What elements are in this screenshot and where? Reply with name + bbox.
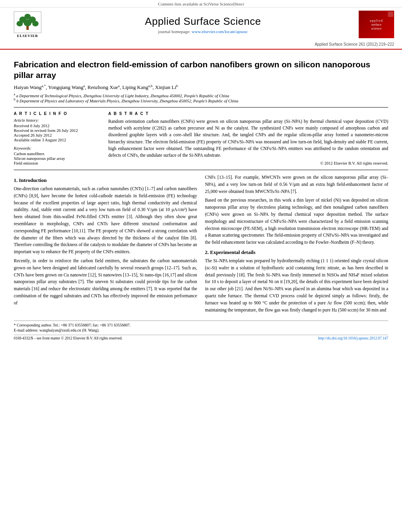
journal-title-center: Applied Surface Science journal homepage… (54, 15, 352, 34)
journal-issue-info: Applied Surface Science 261 (2012) 219–2… (0, 41, 402, 47)
journal-header-main: ELSEVIER Applied Surface Science journal… (0, 7, 402, 41)
authors: Haiyan Wanga,*, Yongqiang Wanga, Renzhon… (14, 84, 388, 91)
section1-para2: Recently, in order to reinforce the carb… (14, 258, 197, 307)
footer-doi[interactable]: http://dx.doi.org/10.1016/j.apsusc.2012.… (318, 336, 388, 340)
journal-logo-right: applied surface science (359, 11, 394, 38)
svg-rect-7 (26, 26, 29, 30)
journal-homepage: journal homepage: www.elsevier.com/locat… (54, 29, 352, 34)
author-haiyan: Haiyan Wanga,*, (14, 84, 48, 90)
elsevier-wordmark: ELSEVIER (17, 34, 38, 38)
svg-point-4 (17, 21, 23, 26)
journal-top-bar: Contents lists available at SciVerse Sci… (0, 0, 402, 7)
article-title: Fabrication and electron field-emission … (14, 59, 388, 81)
section1-para1: One-direction carbon nanomaterials, such… (14, 185, 197, 256)
section1-para3: Based on the previous researches, in thi… (205, 197, 389, 246)
journal-title: Applied Surface Science (54, 15, 352, 28)
logo-applied: applied (370, 19, 383, 22)
elsevier-logo: ELSEVIER (8, 11, 47, 38)
author-yongqiang: Yongqiang Wanga, (48, 84, 87, 90)
svg-point-6 (32, 21, 39, 26)
revised-date: Received in revised form 26 July 2012 (14, 128, 100, 133)
author-liping: Liping Kanga,b, (122, 84, 155, 90)
keyword-3: Field emission (14, 161, 100, 165)
online-date: Available online 3 August 2012 (14, 138, 100, 142)
article-footer: * Corresponding author. Tel.: +86 371 63… (14, 321, 388, 340)
logo-science: science (371, 26, 382, 30)
footer-bar: 0169-4332/$ – see front matter © 2012 El… (14, 335, 388, 340)
body-right-col: CNFs [13–15]. For example, MWCNTs were g… (205, 174, 389, 316)
accepted-date: Accepted 26 July 2012 (14, 133, 100, 137)
logo-surface: surface (371, 22, 382, 26)
abstract-copyright: © 2012 Elsevier B.V. All rights reserved… (108, 161, 388, 165)
affiliation-a: a a Department of Technological Physics,… (14, 93, 388, 98)
article-history-block: Article history: Received 6 July 2012 Re… (14, 118, 100, 142)
body-left-col: 1. Introduction One-direction carbon nan… (14, 174, 197, 316)
divider-main (14, 107, 388, 108)
author-renzhong: Renzhong Xuea, (87, 84, 122, 90)
article-info-header: A R T I C L E I N F O (14, 111, 100, 116)
author-xinjian: Xinjian Lib (155, 84, 178, 90)
affiliations: a a Department of Technological Physics,… (14, 93, 388, 103)
footnote-email: E-mail address: wanghaiyan@zzuli.edu.cn … (14, 328, 388, 332)
keywords-block: Keywords: Carbon nanofibers Silicon nano… (14, 146, 100, 165)
sciverse-label: Contents lists available at SciVerse Sci… (158, 2, 244, 6)
body-columns: 1. Introduction One-direction carbon nan… (14, 174, 388, 316)
affiliation-b: b b Department of Physics and Laboratory… (14, 98, 388, 103)
article-container: Fabrication and electron field-emission … (0, 50, 402, 348)
section1-para2-cont: CNFs [13–15]. For example, MWCNTs were g… (205, 174, 389, 195)
homepage-label: journal homepage: (158, 29, 191, 34)
homepage-link[interactable]: www.elsevier.com/locate/apsusc (192, 29, 248, 34)
issue-text: Applied Surface Science 261 (2012) 219–2… (315, 42, 394, 46)
svg-point-5 (24, 19, 31, 26)
keywords-title: Keywords: (14, 146, 100, 150)
footnote-star: * Corresponding author. Tel.: +86 371 63… (14, 323, 388, 327)
section1-title: 1. Introduction (14, 177, 197, 184)
article-info-abstract-row: A R T I C L E I N F O Article history: R… (14, 111, 388, 166)
divider-body (14, 170, 388, 170)
section2-title: 2. Experimental details (205, 249, 389, 256)
article-history-title: Article history: (14, 118, 100, 122)
elsevier-logo-box (14, 11, 41, 33)
section2-para1: The Si–NPA template was prepared by hydr… (205, 258, 389, 314)
article-info-col: A R T I C L E I N F O Article history: R… (14, 111, 100, 166)
abstract-col: A B S T R A C T Random orientation carbo… (108, 111, 388, 166)
received-date: Received 6 July 2012 (14, 124, 100, 128)
abstract-header: A B S T R A C T (108, 111, 388, 116)
elsevier-tree-icon (16, 13, 39, 32)
abstract-text: Random orientation carbon nanofibers (CN… (108, 118, 388, 159)
journal-header: Contents lists available at SciVerse Sci… (0, 0, 402, 50)
footer-issn: 0169-4332/$ – see front matter © 2012 El… (14, 336, 122, 340)
keyword-1: Carbon nanofibers (14, 152, 100, 156)
keyword-2: Silicon nanoporous pillar array (14, 156, 100, 161)
